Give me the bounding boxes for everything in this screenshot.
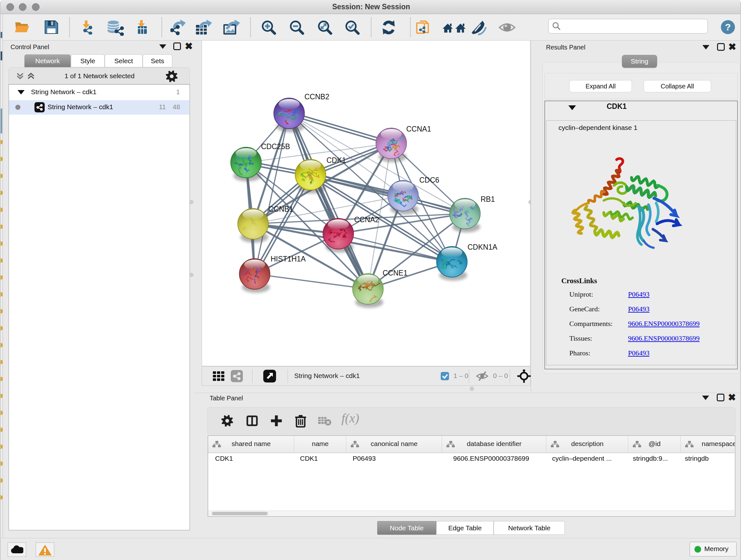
svg-text:?: ? [725, 22, 731, 32]
svg-text:CDC6: CDC6 [419, 176, 440, 184]
svg-text:CCNA2: CCNA2 [354, 215, 379, 224]
svg-text:CDC25B: CDC25B [261, 142, 290, 151]
svg-text:CDK1: CDK1 [327, 156, 346, 165]
svg-text:RB1: RB1 [481, 195, 495, 203]
svg-text:CCNA1: CCNA1 [406, 125, 431, 133]
svg-text:HIST1H1A: HIST1H1A [271, 255, 306, 263]
svg-text:CCNB2: CCNB2 [305, 92, 329, 101]
svg-text:CCNB1: CCNB1 [268, 205, 293, 213]
svg-text:CDKN1A: CDKN1A [468, 243, 497, 251]
svg-text:CCNE1: CCNE1 [383, 269, 408, 277]
